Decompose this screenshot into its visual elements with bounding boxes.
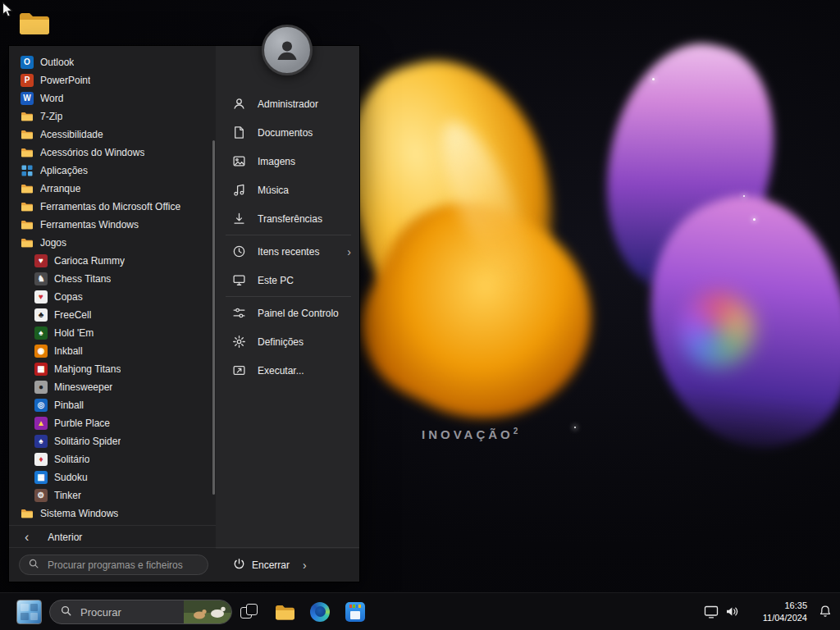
start-program-minesweeper[interactable]: ●Minesweeper <box>9 378 212 396</box>
start-program-hold-em[interactable]: ♠Hold 'Em <box>9 324 212 342</box>
desktop-folder-icon[interactable] <box>18 10 51 38</box>
notifications-button[interactable] <box>819 605 832 618</box>
display-tray-icon[interactable] <box>704 605 719 619</box>
start-program-sistema-windows[interactable]: Sistema Windows <box>9 504 212 523</box>
search-icon <box>60 605 72 620</box>
shutdown-button[interactable]: Encerrar › <box>233 555 307 575</box>
holdem-icon: ♠ <box>34 326 48 340</box>
start-program-solitario-spider[interactable]: ♠Solitário Spider <box>9 432 212 450</box>
start-button[interactable] <box>16 600 42 624</box>
program-label: Pinball <box>54 399 84 411</box>
user-link-executar[interactable]: Executar... <box>216 356 360 385</box>
start-menu-panel: OOutlookPPowerPointWWord7-ZipAcessibilid… <box>8 45 360 582</box>
start-program-carioca-rummy[interactable]: ♥Carioca Rummy <box>9 252 212 270</box>
start-program-outlook[interactable]: OOutlook <box>9 53 212 71</box>
file-explorer-button[interactable] <box>274 601 295 623</box>
user-link-label: Transferências <box>258 213 322 225</box>
program-label: Solitário <box>54 454 89 465</box>
user-link-este-pc[interactable]: Este PC <box>216 266 360 294</box>
user-avatar[interactable] <box>262 25 313 75</box>
user-link-documentos[interactable]: Documentos <box>216 118 360 147</box>
microsoft-store-button[interactable] <box>345 601 366 623</box>
start-program-sudoku[interactable]: ▦Sudoku <box>9 468 212 486</box>
start-program-powerpoint[interactable]: PPowerPoint <box>9 71 212 89</box>
minesweeper-icon: ● <box>34 381 48 394</box>
user-links-list: AdministradorDocumentosImagensMúsicaTran… <box>216 89 360 385</box>
music-icon <box>232 183 246 197</box>
purble-place-icon: ▲ <box>34 417 48 430</box>
person-icon <box>273 36 301 64</box>
user-link-label: Administrador <box>258 98 318 110</box>
program-label: Acessórios do Windows <box>40 147 144 158</box>
wallpaper-sparkle <box>574 427 576 428</box>
taskbar-search[interactable] <box>49 600 232 624</box>
start-program-tinker[interactable]: ⚙Tinker <box>9 486 212 504</box>
start-program-acessibilidade[interactable]: Acessibilidade <box>9 126 212 144</box>
pinball-icon: ◎ <box>34 399 48 412</box>
wallpaper-sparkle <box>753 218 756 221</box>
user-link-label: Itens recentes <box>258 246 319 258</box>
program-label: Solitário Spider <box>54 436 121 447</box>
start-program-inkball[interactable]: ◉Inkball <box>9 342 212 360</box>
chess-titans-icon: ♞ <box>34 272 48 285</box>
search-highlight-image[interactable] <box>184 600 231 623</box>
user-link-definicoes[interactable]: Definições <box>216 327 360 356</box>
user-link-transferencias[interactable]: Transferências <box>216 204 360 233</box>
start-program-purble-place[interactable]: ▲Purble Place <box>9 414 212 432</box>
start-program-copas[interactable]: ♥Copas <box>9 288 212 306</box>
search-icon <box>28 558 39 573</box>
inkball-icon: ◉ <box>34 345 48 358</box>
start-program-chess-titans[interactable]: ♞Chess Titans <box>9 270 212 288</box>
start-menu-bottom-bar: Encerrar › <box>9 547 359 582</box>
taskbar-clock[interactable]: 16:35 11/04/2024 <box>763 600 807 624</box>
start-program-ferramentas-do-microsoft-office[interactable]: Ferramentas do Microsoft Office <box>9 198 212 216</box>
start-program-acessorios-do-windows[interactable]: Acessórios do Windows <box>9 144 212 162</box>
folder-icon <box>21 110 34 123</box>
wallpaper-rainbow-glow <box>679 292 755 368</box>
solitaire-spider-icon: ♠ <box>34 435 48 448</box>
program-list-pane: OOutlookPPowerPointWWord7-ZipAcessibilid… <box>9 46 216 549</box>
start-program-aplicacoes[interactable]: Aplicações <box>9 162 212 180</box>
program-label: Chess Titans <box>54 273 111 285</box>
program-label: Inkball <box>54 345 83 357</box>
user-link-musica[interactable]: Música <box>216 176 360 204</box>
document-icon <box>232 126 246 139</box>
back-label: Anterior <box>48 532 82 543</box>
back-button[interactable]: ‹ Anterior <box>9 525 216 549</box>
start-program-7-zip[interactable]: 7-Zip <box>9 107 212 126</box>
taskbar-search-input[interactable] <box>79 605 177 619</box>
folder-icon <box>21 236 34 249</box>
start-search-input[interactable] <box>46 559 199 572</box>
program-list-scrollbar[interactable] <box>212 140 215 495</box>
program-label: Word <box>40 93 63 104</box>
freecell-icon: ♣ <box>34 308 48 322</box>
clock-time: 16:35 <box>763 600 807 612</box>
start-program-jogos[interactable]: Jogos <box>9 234 212 252</box>
chevron-right-icon[interactable]: › <box>303 559 307 571</box>
start-program-arranque[interactable]: Arranque <box>9 180 212 198</box>
program-label: PowerPoint <box>40 75 90 86</box>
task-view-button[interactable] <box>239 601 260 623</box>
user-link-imagens[interactable]: Imagens <box>216 147 360 176</box>
start-program-freecell[interactable]: ♣FreeCell <box>9 306 212 324</box>
volume-tray-icon[interactable] <box>725 605 739 619</box>
program-label: Outlook <box>40 57 74 68</box>
edge-browser-button[interactable] <box>309 601 331 623</box>
start-program-pinball[interactable]: ◎Pinball <box>9 396 212 414</box>
program-label: FreeCell <box>54 309 91 321</box>
user-link-itens-recentes[interactable]: Itens recentes› <box>216 237 360 266</box>
user-link-painel-de-controlo[interactable]: Painel de Controlo <box>216 299 360 327</box>
folder-icon <box>21 146 34 159</box>
pc-icon <box>232 273 246 287</box>
start-program-mahjong-titans[interactable]: ▦Mahjong Titans <box>9 360 212 378</box>
start-program-ferramentas-windows[interactable]: Ferramentas Windows <box>9 216 212 234</box>
start-menu-search[interactable] <box>19 555 208 575</box>
apps-icon <box>21 164 34 177</box>
program-label: Hold 'Em <box>54 327 94 339</box>
wallpaper-sparkle <box>652 78 655 80</box>
start-program-solitario[interactable]: ♦Solitário <box>9 450 212 468</box>
start-program-word[interactable]: WWord <box>9 89 212 107</box>
user-link-administrador[interactable]: Administrador <box>216 89 360 118</box>
program-label: Copas <box>54 291 83 303</box>
program-label: Ferramentas Windows <box>40 219 139 231</box>
